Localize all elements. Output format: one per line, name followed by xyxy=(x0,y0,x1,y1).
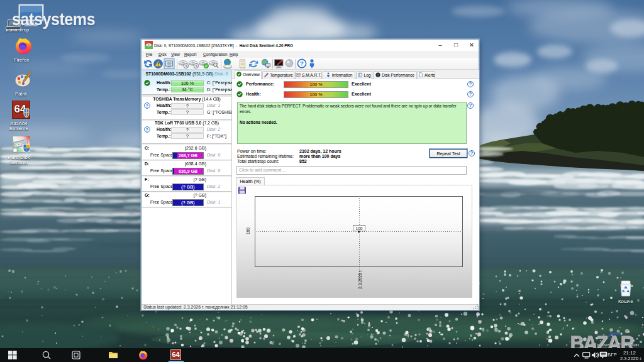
svg-text:?: ? xyxy=(300,60,304,67)
svg-text:?: ? xyxy=(146,128,148,132)
svg-text:?: ? xyxy=(146,104,148,108)
